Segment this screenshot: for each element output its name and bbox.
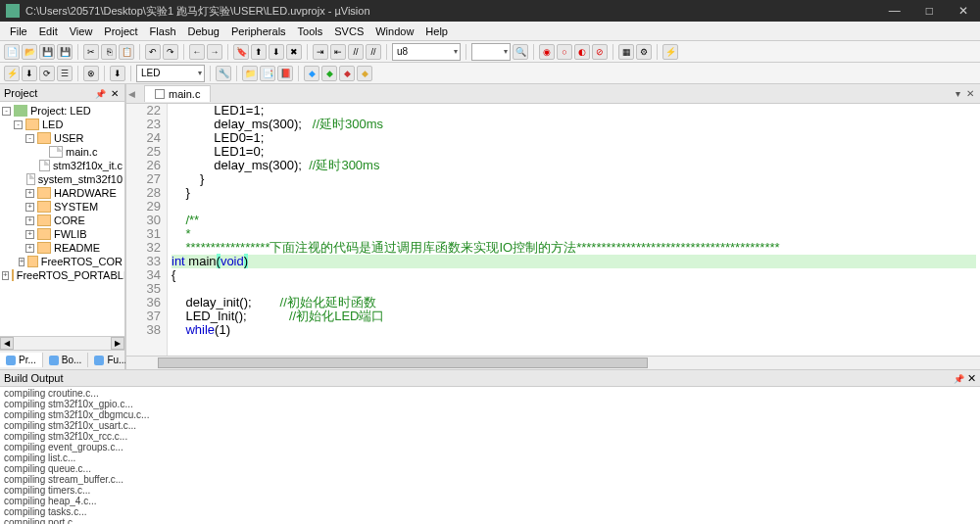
stop-build-icon[interactable]: ⊗ [83, 66, 99, 81]
tab-close-icon[interactable]: ✕ [966, 88, 974, 99]
toolbar-main: 📄 📂 💾 💾 ✂ ⎘ 📋 ↶ ↷ ← → 🔖 ⬆ ⬇ ✖ ⇥ ⇤ // // … [0, 41, 980, 63]
code-text[interactable]: LED1=1; delay_ms(300); //延时300ms LED0=1;… [168, 104, 980, 356]
tree-item[interactable]: system_stm32f10 [2, 172, 122, 186]
undo-icon[interactable]: ↶ [145, 44, 161, 60]
build-output[interactable]: compiling croutine.c...compiling stm32f1… [0, 387, 980, 524]
build-icon[interactable]: ⬇ [22, 66, 37, 81]
options-icon[interactable]: 🔧 [216, 66, 231, 81]
bookmark-next-icon[interactable]: ⬇ [269, 44, 284, 60]
tree-item[interactable]: -LED [2, 118, 122, 131]
scroll-thumb[interactable] [158, 357, 648, 368]
menu-debug[interactable]: Debug [182, 24, 225, 39]
pack-blue-icon[interactable]: ◆ [304, 66, 319, 81]
save-all-icon[interactable]: 💾 [57, 44, 73, 60]
tree-item[interactable]: +FWLIB [2, 227, 122, 241]
pack-yellow-icon[interactable]: ◆ [357, 66, 372, 81]
copy-icon[interactable]: ⎘ [101, 44, 117, 60]
menu-peripherals[interactable]: Peripherals [225, 24, 292, 39]
panel-tab[interactable]: Pr... [0, 353, 43, 367]
save-icon[interactable]: 💾 [39, 44, 55, 60]
uncomment-icon[interactable]: // [366, 44, 381, 60]
menu-view[interactable]: View [64, 24, 99, 39]
maximize-button[interactable]: □ [920, 4, 939, 18]
nav-fwd-icon[interactable]: → [207, 44, 222, 60]
editor-area: ◀ main.c ▾ ✕ 222324252627282930313233343… [125, 84, 980, 369]
pack-green-icon[interactable]: ◆ [321, 66, 337, 81]
translate-icon[interactable]: ⚡ [4, 66, 20, 81]
line-gutter: 2223242526272829303132333435363738 [126, 104, 168, 356]
cut-icon[interactable]: ✂ [83, 44, 99, 60]
books-icon[interactable]: 📕 [277, 66, 293, 81]
tree-root[interactable]: -Project: LED [2, 104, 122, 118]
breakpoint-enable-icon[interactable]: ◐ [574, 44, 590, 60]
tab-dropdown-icon[interactable]: ▾ [956, 88, 960, 99]
build-pin-icon[interactable]: 📌 [954, 374, 964, 384]
tree-item[interactable]: +FreeRTOS_COR [2, 255, 122, 268]
debug-icon[interactable]: ◉ [539, 44, 555, 60]
window-title: C:\Users\20571\Desktop\实验1 跑马灯实验\USER\LE… [25, 4, 883, 19]
editor-tab-label: main.c [169, 88, 200, 100]
build-output-title: Build Output [4, 372, 64, 384]
indent-icon[interactable]: ⇥ [313, 44, 328, 60]
panel-pin-icon[interactable]: 📌 [95, 89, 106, 99]
window-icon[interactable]: ▦ [618, 44, 634, 60]
bookmark-prev-icon[interactable]: ⬆ [251, 44, 267, 60]
editor-tabstrip: ◀ main.c ▾ ✕ [126, 84, 980, 104]
code-editor[interactable]: 2223242526272829303132333435363738 LED1=… [126, 104, 980, 356]
menu-svcs[interactable]: SVCS [328, 24, 369, 39]
tree-item[interactable]: +CORE [2, 214, 122, 227]
project-hscroll[interactable]: ◀▶ [0, 336, 124, 350]
batch-build-icon[interactable]: ☰ [57, 66, 73, 81]
outdent-icon[interactable]: ⇤ [330, 44, 346, 60]
tree-item[interactable]: stm32f10x_it.c [2, 159, 122, 172]
redo-icon[interactable]: ↷ [163, 44, 178, 60]
tree-item[interactable]: +SYSTEM [2, 200, 122, 214]
toolbar-build: ⚡ ⬇ ⟳ ☰ ⊗ ⬇ LED 🔧 📁 📑 📕 ◆ ◆ ◆ ◆ [0, 63, 980, 84]
nav-back-icon[interactable]: ← [189, 44, 205, 60]
menu-flash[interactable]: Flash [144, 24, 182, 39]
download-icon[interactable]: ⬇ [110, 66, 125, 81]
panel-close-icon[interactable]: ✕ [109, 88, 121, 99]
menu-window[interactable]: Window [369, 24, 419, 39]
titlebar: C:\Users\20571\Desktop\实验1 跑马灯实验\USER\LE… [0, 0, 980, 22]
pack-red-icon[interactable]: ◆ [339, 66, 355, 81]
symbol-combo[interactable] [471, 43, 511, 61]
menu-file[interactable]: File [4, 24, 33, 39]
comment-icon[interactable]: // [348, 44, 364, 60]
project-panel: Project 📌 ✕ -Project: LED-LED-USERmain.c… [0, 84, 125, 369]
bookmark-clear-icon[interactable]: ✖ [286, 44, 302, 60]
menu-edit[interactable]: Edit [33, 24, 64, 39]
find-icon[interactable]: 🔍 [513, 44, 528, 60]
menubar: FileEditViewProjectFlashDebugPeripherals… [0, 22, 980, 41]
target-select[interactable]: LED [136, 65, 205, 82]
project-tree[interactable]: -Project: LED-LED-USERmain.cstm32f10x_it… [0, 102, 124, 336]
manage-icon[interactable]: 📁 [242, 66, 258, 81]
menu-project[interactable]: Project [98, 24, 143, 39]
file-ext-icon[interactable]: 📑 [260, 66, 275, 81]
tree-item[interactable]: main.c [2, 145, 122, 159]
close-button[interactable]: ✕ [953, 4, 974, 18]
menu-tools[interactable]: Tools [292, 24, 329, 39]
find-combo[interactable]: u8 [392, 43, 461, 61]
tab-nav-left-icon[interactable]: ◀ [128, 89, 142, 99]
minimize-button[interactable]: — [883, 4, 906, 18]
build-close-icon[interactable]: ✕ [967, 372, 976, 384]
editor-hscroll[interactable] [126, 356, 980, 369]
breakpoint-insert-icon[interactable]: ○ [557, 44, 572, 60]
open-icon[interactable]: 📂 [22, 44, 37, 60]
breakpoint-kill-icon[interactable]: ⊘ [592, 44, 608, 60]
app-icon [6, 4, 20, 18]
menu-help[interactable]: Help [419, 24, 454, 39]
rebuild-icon[interactable]: ⟳ [39, 66, 55, 81]
config-icon[interactable]: ⚡ [662, 44, 678, 60]
paste-icon[interactable]: 📋 [119, 44, 134, 60]
new-icon[interactable]: 📄 [4, 44, 20, 60]
tree-item[interactable]: +FreeRTOS_PORTABLE [2, 268, 122, 282]
toolbox-icon[interactable]: ⚙ [636, 44, 652, 60]
tree-item[interactable]: +README [2, 241, 122, 255]
tree-item[interactable]: -USER [2, 131, 122, 145]
tree-item[interactable]: +HARDWARE [2, 186, 122, 200]
bookmark-icon[interactable]: 🔖 [233, 44, 249, 60]
editor-tab-main-c[interactable]: main.c [144, 85, 211, 102]
panel-tab[interactable]: Bo... [43, 353, 89, 367]
